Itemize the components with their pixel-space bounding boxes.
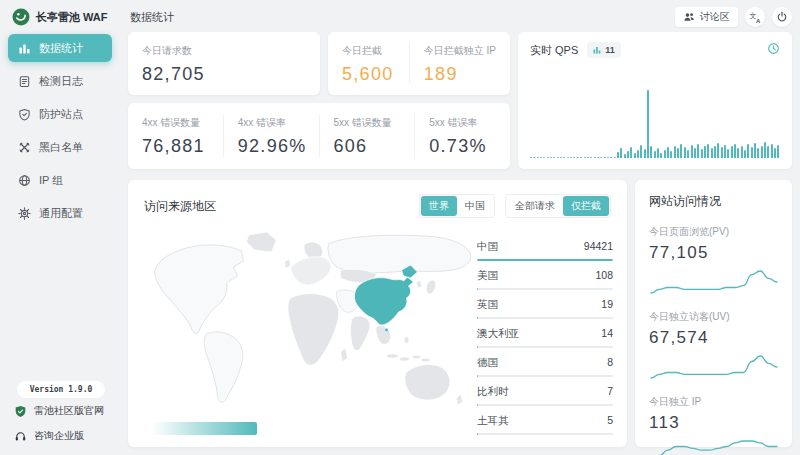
- qps-bar: [614, 157, 616, 159]
- logout-button[interactable]: [772, 7, 792, 27]
- qps-history-button[interactable]: [767, 42, 780, 55]
- region-row: 中国94421: [477, 240, 613, 261]
- qps-bar: [737, 148, 739, 158]
- region-count: 14: [601, 327, 613, 339]
- pv-label: 今日页面浏览(PV): [649, 225, 778, 239]
- qps-bar: [701, 149, 703, 158]
- qps-bar: [637, 150, 639, 158]
- qps-bar: [684, 147, 686, 158]
- requests-today-value: 82,705: [142, 64, 306, 85]
- unique-ip-label: 今日独立 IP: [649, 395, 778, 409]
- blocked-ips-value: 189: [424, 64, 496, 85]
- mini-bars-icon: [593, 46, 601, 54]
- qps-bar: [570, 157, 572, 159]
- qps-current-value: 11: [605, 45, 615, 55]
- qps-bar: [547, 157, 549, 159]
- power-icon: [776, 11, 788, 23]
- sidebar-item-label: 防护站点: [39, 107, 83, 122]
- qps-bar: [644, 149, 646, 158]
- map-density-legend: [152, 422, 257, 435]
- region-count: 108: [595, 269, 613, 281]
- toggle-world[interactable]: 世界: [421, 196, 457, 216]
- region-filter-toggle: 全部请求 仅拦截: [505, 194, 611, 218]
- region-bar: [477, 433, 613, 435]
- bar-chart-icon: [18, 42, 31, 55]
- sidebar-item-label: 检测日志: [39, 74, 83, 89]
- sidebar-item-statistics[interactable]: 数据统计: [8, 34, 112, 62]
- app-logo-icon: [12, 8, 30, 26]
- qps-bar: [590, 157, 592, 159]
- toggle-all-requests[interactable]: 全部请求: [507, 196, 563, 216]
- region-count: 94421: [584, 240, 613, 252]
- page-title: 数据统计: [130, 10, 174, 25]
- language-switch-button[interactable]: 文A: [745, 7, 765, 27]
- qps-bar: [587, 157, 589, 159]
- region-bar: [477, 317, 613, 319]
- toggle-only-blocked[interactable]: 仅拦截: [563, 196, 609, 216]
- err5xx-rate-label: 5xx 错误率: [429, 116, 510, 130]
- qps-bar: [657, 148, 659, 158]
- sidebar-item-black-white-list[interactable]: 黑白名单: [8, 133, 112, 161]
- qps-bar: [640, 145, 642, 158]
- sidebar-item-ip-group[interactable]: IP 组: [8, 166, 112, 194]
- blocks-today-card: 今日拦截 5,600 今日拦截独立 IP 189: [328, 32, 510, 95]
- app-logo-row: 长亭雷池 WAF: [12, 8, 108, 26]
- qps-bar: [537, 157, 539, 159]
- err4xx-count-label: 4xx 错误数量: [142, 116, 223, 130]
- qps-bar: [677, 148, 679, 158]
- uv-value: 67,574: [649, 328, 778, 348]
- gear-icon: [18, 207, 31, 220]
- qps-bar: [597, 157, 599, 159]
- enterprise-consult-link[interactable]: 咨询企业版: [14, 429, 84, 443]
- region-row: 澳大利亚14: [477, 327, 613, 348]
- shield-badge-icon: [14, 405, 27, 418]
- qps-bar: [747, 144, 749, 158]
- qps-bar: [667, 147, 669, 158]
- community-site-link[interactable]: 雷池社区版官网: [14, 404, 104, 418]
- sidebar-item-protected-sites[interactable]: 防护站点: [8, 100, 112, 128]
- black-white-list-icon: [18, 141, 31, 154]
- qps-bar: [664, 150, 666, 158]
- region-bar: [477, 346, 613, 348]
- qps-bar: [687, 150, 689, 158]
- err4xx-count-value: 76,881: [142, 136, 223, 157]
- qps-bar: [557, 157, 559, 159]
- region-row: 德国8: [477, 356, 613, 377]
- qps-bar: [584, 157, 586, 159]
- headset-icon: [14, 430, 27, 443]
- requests-today-card: 今日请求数 82,705: [128, 32, 320, 95]
- sidebar-item-detection-log[interactable]: 检测日志: [8, 67, 112, 95]
- err5xx-count-value: 606: [334, 136, 415, 157]
- qps-bar: [660, 153, 662, 158]
- topbar-actions: 讨论区 文A: [675, 7, 792, 27]
- qps-bar: [543, 157, 545, 159]
- qps-bar: [744, 150, 746, 158]
- qps-bar: [627, 151, 629, 158]
- site-visits-card: 网站访问情况 今日页面浏览(PV) 77,105 今日独立访客(UV) 67,5…: [635, 180, 792, 447]
- qps-bar: [533, 157, 535, 159]
- qps-bar: [607, 157, 609, 159]
- blocked-ips-label: 今日拦截独立 IP: [424, 44, 496, 58]
- shield-icon: [18, 108, 31, 121]
- qps-bar: [580, 157, 582, 159]
- forum-button-label: 讨论区: [700, 10, 730, 24]
- people-icon: [683, 11, 695, 23]
- forum-button[interactable]: 讨论区: [675, 7, 738, 27]
- qps-bar: [670, 151, 672, 158]
- app-title: 长亭雷池 WAF: [36, 10, 108, 25]
- qps-bar: [577, 157, 579, 159]
- uv-sparkline: [649, 354, 779, 380]
- region-bar: [477, 404, 613, 406]
- toggle-china[interactable]: 中国: [457, 196, 493, 216]
- qps-bar: [650, 146, 652, 158]
- sidebar-item-label: 黑白名单: [39, 140, 83, 155]
- qps-bar: [610, 157, 612, 159]
- qps-bar: [604, 157, 606, 159]
- qps-bar: [767, 146, 769, 158]
- qps-bar: [714, 146, 716, 158]
- sidebar-item-general-settings[interactable]: 通用配置: [8, 199, 112, 227]
- unique-ip-sparkline: [649, 439, 779, 455]
- qps-bar: [560, 157, 562, 159]
- qps-bar: [717, 143, 719, 158]
- qps-bar: [751, 147, 753, 158]
